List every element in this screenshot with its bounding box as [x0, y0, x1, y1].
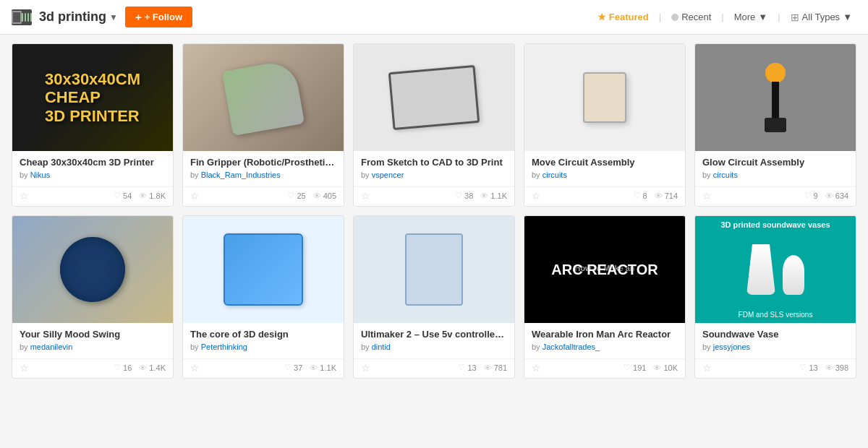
- card-footer-10: ☆ ♡ 13 👁 398: [695, 358, 856, 378]
- card-star-3[interactable]: ☆: [361, 190, 370, 202]
- card-9[interactable]: How to Make anARC REACTOR Wearable Iron …: [524, 215, 686, 379]
- card-4[interactable]: Move Circuit Assembly by circuits ☆ ♡ 8 …: [524, 43, 686, 207]
- grid-icon: ⊞: [791, 12, 799, 23]
- card-body-5: Glow Circuit Assembly by circuits: [695, 151, 856, 186]
- card-author-link-2[interactable]: Black_Ram_Industries: [201, 171, 281, 179]
- card-body-4: Move Circuit Assembly by circuits: [524, 151, 685, 186]
- card-views-4: 👁 714: [655, 191, 678, 200]
- heart-icon-6: ♡: [114, 363, 121, 372]
- card-likes-count-7: 37: [294, 363, 302, 372]
- eye-icon-9: 👁: [653, 363, 661, 372]
- card-likes-2: ♡ 25: [287, 191, 305, 200]
- cards-grid: 30x30x40CMCHEAP3D PRINTER Cheap 30x30x40…: [12, 43, 856, 379]
- eye-icon-10: 👁: [825, 363, 833, 372]
- card-7[interactable]: The core of 3D design by Peterthinking ☆…: [182, 215, 344, 379]
- card-star-4[interactable]: ☆: [532, 190, 541, 202]
- card-likes-count-9: 191: [633, 363, 646, 372]
- card-star-6[interactable]: ☆: [20, 362, 29, 374]
- card-views-6: 👁 1.4K: [139, 363, 166, 372]
- card-thumb-6: [12, 216, 173, 323]
- nav-featured[interactable]: ★ Featured: [593, 9, 653, 25]
- card-thumb-3: [354, 44, 514, 151]
- card-author-link-7[interactable]: Peterthinking: [201, 343, 247, 351]
- card-5[interactable]: Glow Circuit Assembly by circuits ☆ ♡ 9 …: [694, 43, 856, 207]
- card-views-count-7: 1.1K: [320, 363, 336, 372]
- card-views-3: 👁 1.1K: [480, 191, 507, 200]
- card-title-10: Soundwave Vase: [702, 329, 848, 341]
- card-likes-4: ♡ 8: [634, 191, 647, 200]
- card-star-7[interactable]: ☆: [190, 362, 200, 374]
- star-icon: ★: [597, 12, 606, 22]
- card-stats-9: ♡ 191 👁 10K: [624, 363, 678, 372]
- card-author-link-3[interactable]: vspencer: [372, 171, 404, 179]
- card-views-count-4: 714: [665, 191, 678, 200]
- card-title-6: Your Silly Mood Swing: [20, 329, 166, 341]
- card-author-link-4[interactable]: circuits: [542, 171, 567, 179]
- card-thumb-9: How to Make anARC REACTOR: [524, 216, 685, 323]
- follow-button[interactable]: + + Follow: [125, 7, 192, 27]
- card-likes-count-6: 16: [123, 363, 132, 372]
- nav-separator-1: |: [659, 12, 661, 22]
- card-likes-1: ♡ 54: [114, 191, 132, 200]
- card-star-9[interactable]: ☆: [532, 362, 541, 374]
- card-thumb-10: 3D printed soundwave vasesFDM and SLS ve…: [695, 216, 856, 323]
- card-views-7: 👁 1.1K: [310, 363, 336, 372]
- card-title-7: The core of 3D design: [190, 329, 336, 341]
- nav-recent-label: Recent: [681, 12, 711, 22]
- channel-title-caret: ▼: [109, 12, 118, 22]
- card-1[interactable]: 30x30x40CMCHEAP3D PRINTER Cheap 30x30x40…: [12, 43, 174, 207]
- nav-recent[interactable]: Recent: [667, 9, 715, 25]
- nav-more[interactable]: More ▼: [730, 9, 773, 25]
- card-author-link-10[interactable]: jessyjones: [713, 343, 750, 351]
- card-likes-count-10: 13: [809, 363, 817, 372]
- card-author-link-1[interactable]: Nikus: [30, 171, 51, 179]
- eye-icon-3: 👁: [480, 191, 488, 200]
- main-content: 30x30x40CMCHEAP3D PRINTER Cheap 30x30x40…: [0, 35, 868, 387]
- card-star-2[interactable]: ☆: [190, 190, 200, 202]
- card-thumb-7: [183, 216, 344, 323]
- nav-separator-3: |: [778, 12, 780, 22]
- card-8[interactable]: Ultimaker 2 – Use 5v controlled fan to a…: [353, 215, 515, 379]
- card-author-2: by Black_Ram_Industries: [190, 171, 336, 179]
- card-6[interactable]: Your Silly Mood Swing by medanilevin ☆ ♡…: [12, 215, 174, 379]
- follow-label: + Follow: [145, 12, 182, 22]
- card-author-link-6[interactable]: medanilevin: [30, 343, 73, 351]
- card-views-count-9: 10K: [663, 363, 678, 372]
- card-views-count-3: 1.1K: [490, 191, 507, 200]
- card-10[interactable]: 3D printed soundwave vasesFDM and SLS ve…: [694, 215, 856, 379]
- card-stats-7: ♡ 37 👁 1.1K: [284, 363, 336, 372]
- channel-title[interactable]: 3d printing ▼: [39, 9, 118, 25]
- card-title-5: Glow Circuit Assembly: [702, 157, 848, 169]
- card-author-link-5[interactable]: circuits: [713, 171, 738, 179]
- card-footer-4: ☆ ♡ 8 👁 714: [524, 186, 685, 206]
- nav-all-types[interactable]: ⊞ All Types ▼: [786, 9, 856, 26]
- card-body-10: Soundwave Vase by jessyjones: [695, 323, 856, 358]
- card-title-4: Move Circuit Assembly: [532, 157, 678, 169]
- card-views-count-5: 634: [835, 191, 848, 200]
- card-views-2: 👁 405: [313, 191, 336, 200]
- eye-icon-8: 👁: [484, 363, 492, 372]
- card-author-link-9[interactable]: Jackofalltrades_: [542, 343, 600, 351]
- card-stats-5: ♡ 9 👁 634: [804, 191, 848, 200]
- eye-icon-1: 👁: [139, 191, 147, 200]
- card-star-5[interactable]: ☆: [702, 190, 712, 202]
- nav-featured-label: Featured: [609, 12, 649, 22]
- card-views-10: 👁 398: [825, 363, 848, 372]
- heart-icon-8: ♡: [458, 363, 465, 372]
- card-author-link-8[interactable]: dintid: [372, 343, 391, 351]
- card-3[interactable]: From Sketch to CAD to 3D Print by vspenc…: [353, 43, 515, 207]
- card-2[interactable]: Fin Gripper (Robotic/Prosthetic Hybrid) …: [182, 43, 344, 207]
- heart-icon-7: ♡: [284, 363, 292, 372]
- header-right: ★ Featured | Recent | More ▼ | ⊞ All Typ…: [593, 9, 856, 26]
- nav-all-types-label: All Types: [802, 12, 841, 22]
- eye-icon-5: 👁: [825, 191, 833, 200]
- nav-more-label: More: [734, 12, 756, 22]
- card-thumb-4: [524, 44, 685, 151]
- card-star-8[interactable]: ☆: [361, 362, 370, 374]
- card-likes-3: ♡ 38: [455, 191, 473, 200]
- card-star-10[interactable]: ☆: [702, 362, 712, 374]
- card-thumb-1: 30x30x40CMCHEAP3D PRINTER: [12, 44, 173, 151]
- card-star-1[interactable]: ☆: [20, 190, 29, 202]
- card-likes-10: ♡ 13: [799, 363, 817, 372]
- card-title-3: From Sketch to CAD to 3D Print: [361, 157, 507, 169]
